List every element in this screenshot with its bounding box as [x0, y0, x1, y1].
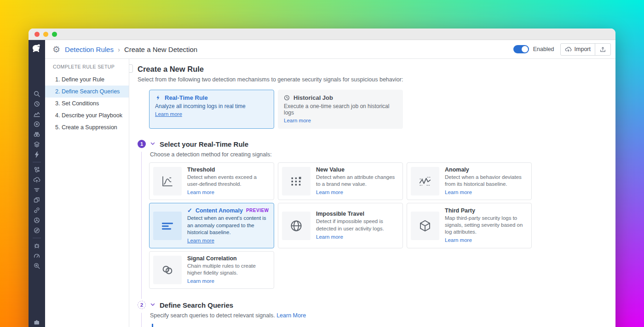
chevron-down-icon[interactable]	[150, 140, 155, 148]
import-button[interactable]: Import	[561, 44, 595, 55]
collapse-sidebar-button[interactable]: ‹	[129, 64, 133, 73]
filter-list-icon[interactable]	[29, 185, 45, 195]
rule-setup-nav: COMPLETE RULE SETUP 1. Define your Rule …	[45, 59, 129, 327]
nav-item-define-search-queries[interactable]: 2. Define Search Queries	[45, 86, 129, 98]
rail-divider	[33, 162, 41, 162]
breadcrumb-detection-rules[interactable]: Detection Rules	[65, 46, 114, 53]
learn-more-link[interactable]: Learn more	[155, 111, 182, 117]
section-2-subtitle: Specify search queries to detect relevan…	[150, 312, 275, 319]
section-1-subtitle: Choose a detection method for creating s…	[150, 151, 615, 158]
cube-icon	[411, 212, 439, 240]
section-connector-line	[141, 152, 142, 299]
app-window: ⚙ Detection Rules › Create a New Detecti…	[29, 29, 615, 327]
gauge-icon[interactable]	[29, 251, 45, 261]
learn-more-link[interactable]: Learn more	[187, 278, 214, 284]
bolt-icon[interactable]	[29, 149, 45, 160]
breadcrumb-separator: ›	[118, 46, 120, 53]
cloud-upload-icon[interactable]	[29, 175, 45, 185]
rule-title: Create a New Rule	[138, 65, 615, 74]
zoom-window-button[interactable]	[52, 32, 57, 37]
threshold-card[interactable]: Threshold Detect when events exceed a us…	[149, 162, 274, 200]
nav-item-define-rule[interactable]: 1. Define your Rule	[45, 74, 129, 86]
historical-job-card[interactable]: Historical Job Execute a one-time search…	[278, 90, 403, 129]
query-panel-header: Query a Unit Test	[153, 324, 615, 327]
history-icon	[284, 95, 290, 101]
learn-more-link[interactable]: Learn more	[187, 189, 214, 195]
layers-icon[interactable]	[29, 139, 45, 149]
app-header: ⚙ Detection Rules › Create a New Detecti…	[45, 40, 615, 59]
share-upload-icon	[599, 46, 606, 53]
watchdog-icon[interactable]	[29, 119, 45, 129]
new-value-card[interactable]: New Value Detect when an attribute chang…	[278, 162, 403, 200]
learn-more-link[interactable]: Learn more	[187, 238, 214, 243]
signal-correlation-card[interactable]: Signal Correlation Chain multiple rules …	[149, 251, 274, 289]
learn-more-link[interactable]: Learn more	[316, 234, 343, 240]
main-content: ‹ Create a New Rule Select from the foll…	[129, 59, 615, 327]
content-anomaly-card[interactable]: ✓ Content Anomaly PREVIEW Detect when an…	[149, 203, 274, 248]
export-button[interactable]	[595, 44, 610, 55]
search-icon[interactable]	[29, 89, 45, 99]
learn-more-link[interactable]: Learn more	[445, 237, 472, 243]
nav-item-create-suppression[interactable]: 5. Create a Suppression	[45, 121, 129, 133]
learn-more-link[interactable]: Learn more	[316, 189, 343, 195]
close-window-button[interactable]	[34, 32, 40, 37]
page-title: Create a New Detection	[124, 46, 197, 53]
learn-more-link[interactable]: Learn More	[276, 312, 306, 319]
anomaly-card[interactable]: Anomaly Detect when a behavior deviates …	[407, 162, 532, 200]
minimize-window-button[interactable]	[43, 32, 48, 37]
datadog-logo-icon[interactable]	[31, 43, 43, 57]
binoculars-icon[interactable]	[29, 129, 45, 139]
chevron-down-icon[interactable]	[150, 301, 155, 309]
link-icon[interactable]	[29, 205, 45, 215]
mechanism-cards: Real-Time Rule Analyze all incoming logs…	[149, 90, 615, 129]
metrics-icon[interactable]	[29, 109, 45, 119]
learn-more-link[interactable]: Learn more	[284, 118, 311, 123]
section-connector-line	[141, 313, 142, 327]
bug-icon[interactable]	[29, 241, 45, 251]
section-1-title: Select your Real-Time Rule	[160, 140, 248, 148]
bolt-icon	[155, 95, 161, 101]
globe-icon	[282, 212, 310, 240]
anomaly-wave-icon	[411, 167, 439, 195]
impossible-travel-card[interactable]: Impossible Travel Detect if impossible s…	[278, 203, 403, 248]
step-2-badge: 2	[138, 301, 146, 309]
section-define-queries: 2 Define Search Queries Specify search q…	[138, 301, 615, 327]
import-cloud-icon	[565, 46, 572, 53]
overlapping-circles-icon	[153, 256, 182, 284]
learn-more-link[interactable]: Learn more	[445, 189, 472, 195]
nav-item-describe-playbook[interactable]: 4. Describe your Playbook	[45, 109, 129, 121]
enabled-toggle[interactable]	[513, 45, 529, 53]
query-panel: Query a Unit Test	[152, 324, 615, 327]
gear-icon[interactable]: ⚙	[52, 45, 60, 54]
third-party-card[interactable]: Third Party Map third-party security log…	[407, 203, 532, 248]
preview-badge: PREVIEW	[246, 208, 269, 213]
history-icon[interactable]	[29, 99, 45, 109]
real-time-rule-card[interactable]: Real-Time Rule Analyze all incoming logs…	[149, 90, 274, 129]
compass-icon[interactable]	[29, 225, 45, 235]
section-select-rule: 1 Select your Real-Time Rule Choose a de…	[138, 140, 615, 289]
audit-search-icon[interactable]	[29, 261, 45, 271]
detection-method-grid: Threshold Detect when events exceed a us…	[149, 162, 615, 289]
puzzle-icon[interactable]	[29, 317, 45, 327]
rule-subtitle: Select from the following two detection …	[138, 76, 615, 83]
section-2-title: Define Search Queries	[160, 301, 233, 309]
nav-item-set-conditions[interactable]: 3. Set Conditions	[45, 98, 129, 109]
services-icon[interactable]	[29, 165, 45, 175]
content-lines-icon	[153, 212, 182, 240]
selected-check-icon: ✓	[187, 207, 192, 214]
rail-divider	[33, 238, 41, 238]
nav-rail	[29, 40, 45, 327]
apps-icon[interactable]	[29, 195, 45, 205]
window-titlebar	[29, 29, 615, 40]
new-value-grid-icon	[282, 167, 310, 195]
step-1-badge: 1	[138, 140, 146, 148]
setup-nav-header: COMPLETE RULE SETUP	[53, 64, 129, 69]
enabled-toggle-label: Enabled	[533, 46, 554, 52]
security-ball-icon[interactable]	[29, 215, 45, 225]
threshold-chart-icon	[153, 167, 182, 195]
